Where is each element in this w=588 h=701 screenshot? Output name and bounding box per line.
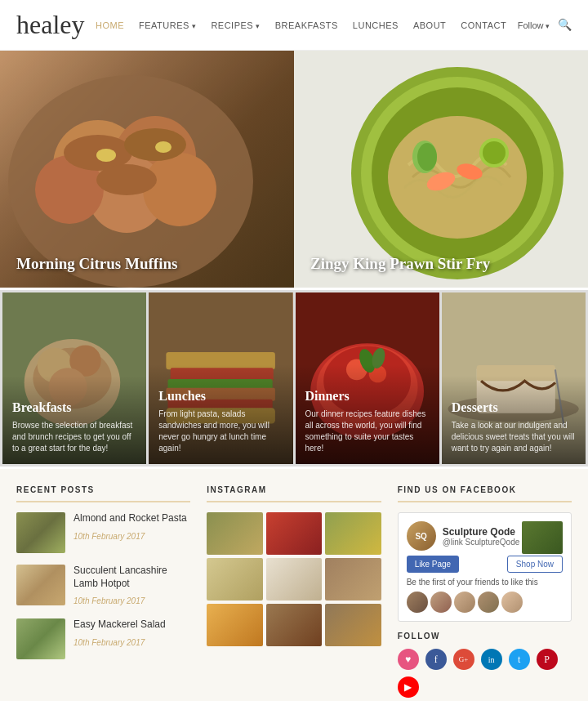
post-info-1: Almond and Rocket Pasta 10th February 20…	[74, 512, 190, 542]
nav-contact[interactable]: CONTACT	[461, 20, 506, 30]
follow-section: FOLLOW ♥ f G+ in t P ▶	[398, 632, 572, 698]
fb-avatar-1	[407, 592, 428, 613]
fb-header-wrap: SQ Sculpture Qode @link SculptureQode	[407, 521, 563, 551]
breakfasts-overlay: Breakfasts Browse the selection of break…	[2, 376, 146, 464]
fb-friends-avatars	[407, 592, 563, 613]
post-item-2: Succulent Lancashire Lamb Hotpot 10th Fe…	[16, 565, 190, 607]
follow-title: FOLLOW	[398, 632, 572, 641]
social-linkedin-icon[interactable]: in	[481, 649, 502, 670]
desserts-title: Desserts	[452, 400, 576, 415]
insta-cell-2[interactable]	[266, 512, 322, 555]
post-thumb-1	[16, 512, 65, 553]
lunches-title: Lunches	[158, 389, 283, 404]
social-twitter-icon[interactable]: t	[509, 649, 530, 670]
nav-about[interactable]: ABOUT	[413, 20, 446, 30]
category-lunches[interactable]: Lunches From light pasta, salads sandwic…	[149, 292, 292, 464]
post-date-3: 10th February 2017	[74, 638, 145, 647]
fb-page-handle: @link SculptureQode	[443, 538, 520, 547]
fb-avatar-2	[430, 592, 452, 613]
instagram-grid	[207, 512, 381, 646]
insta-cell-3[interactable]	[325, 512, 381, 555]
post-title-2[interactable]: Succulent Lancashire Lamb Hotpot	[74, 565, 190, 590]
site-header: healey HOME FEATURES RECIPES BREAKFASTS …	[0, 0, 588, 51]
post-item-1: Almond and Rocket Pasta 10th February 20…	[16, 512, 190, 553]
svg-rect-11	[0, 51, 294, 288]
category-dinners[interactable]: Dinners Our dinner recipes feature dishe…	[296, 292, 439, 464]
fb-actions: Like Page Shop Now	[407, 556, 563, 573]
social-heart-icon[interactable]: ♥	[398, 649, 419, 670]
desserts-desc: Take a look at our indulgent and delicio…	[452, 420, 576, 454]
dinners-desc: Our dinner recipes feature dishes all ac…	[305, 409, 430, 454]
fb-page-name: Sculpture Qode	[443, 526, 520, 538]
post-date-2: 10th February 2017	[74, 596, 145, 605]
category-desserts[interactable]: Desserts Take a look at our indulgent an…	[442, 292, 586, 464]
hero-item-1[interactable]: Morning Citrus Muffins	[0, 51, 294, 288]
dinners-overlay: Dinners Our dinner recipes feature dishe…	[296, 364, 439, 464]
post-info-2: Succulent Lancashire Lamb Hotpot 10th Fe…	[74, 565, 190, 607]
svg-point-20	[417, 143, 437, 171]
post-item-3: Easy Mackerel Salad 10th February 2017	[16, 618, 190, 659]
post-date-1: 10th February 2017	[74, 532, 145, 541]
facebook-follow-section: FIND US ON FACEBOOK SQ Sculpture Qode @l…	[398, 485, 572, 698]
fb-shop-button[interactable]: Shop Now	[507, 556, 563, 573]
fb-promo-text: Be the first of your friends to like thi…	[407, 578, 563, 587]
social-youtube-icon[interactable]: ▶	[398, 676, 419, 698]
post-info-3: Easy Mackerel Salad 10th February 2017	[74, 618, 190, 649]
fb-page-logo: SQ	[407, 521, 436, 551]
post-title-3[interactable]: Easy Mackerel Salad	[74, 618, 190, 632]
main-nav: HOME FEATURES RECIPES BREAKFASTS LUNCHES…	[96, 20, 506, 30]
instagram-title: INSTAGRAM	[207, 485, 381, 502]
nav-breakfasts[interactable]: BREAKFASTS	[275, 20, 338, 30]
insta-cell-4[interactable]	[207, 558, 262, 601]
nav-lunches[interactable]: LUNCHES	[353, 20, 399, 30]
fb-page-info: Sculpture Qode @link SculptureQode	[443, 526, 520, 547]
dinners-title: Dinners	[305, 389, 430, 404]
hero-caption-1: Morning Citrus Muffins	[16, 255, 177, 273]
search-icon[interactable]: 🔍	[558, 18, 572, 32]
social-pinterest-icon[interactable]: P	[537, 649, 558, 670]
instagram-section: INSTAGRAM	[207, 485, 381, 698]
fb-avatar-3	[454, 592, 475, 613]
header-right: Follow 🔍	[518, 18, 572, 32]
facebook-box: SQ Sculpture Qode @link SculptureQode Li…	[398, 512, 572, 622]
fb-like-button[interactable]: Like Page	[407, 556, 459, 573]
nav-features[interactable]: FEATURES	[139, 20, 196, 30]
bottom-section: RECENT POSTS Almond and Rocket Pasta 10t…	[0, 469, 588, 701]
follow-dropdown[interactable]: Follow	[518, 20, 550, 30]
lunches-overlay: Lunches From light pasta, salads sandwic…	[149, 364, 292, 464]
breakfasts-desc: Browse the selection of breakfast and br…	[12, 420, 136, 454]
breakfasts-title: Breakfasts	[12, 400, 136, 415]
social-gplus-icon[interactable]: G+	[453, 649, 474, 670]
fb-avatar-5	[501, 592, 523, 613]
category-breakfasts[interactable]: Breakfasts Browse the selection of break…	[2, 292, 146, 464]
logo[interactable]: healey	[16, 10, 85, 40]
fb-avatar-4	[478, 592, 499, 613]
post-title-1[interactable]: Almond and Rocket Pasta	[74, 512, 190, 525]
insta-cell-1[interactable]	[207, 512, 262, 555]
insta-cell-7[interactable]	[207, 604, 262, 646]
nav-home[interactable]: HOME	[96, 20, 124, 30]
insta-cell-9[interactable]	[325, 604, 381, 646]
nav-recipes[interactable]: RECIPES	[211, 20, 260, 30]
insta-cell-6[interactable]	[325, 558, 381, 601]
fb-corner-image	[522, 521, 563, 554]
recent-posts-title: RECENT POSTS	[16, 485, 190, 502]
lunches-desc: From light pasta, salads sandwiches and …	[158, 409, 283, 454]
social-facebook-icon[interactable]: f	[425, 649, 447, 670]
hero-item-2[interactable]: Zingy King Prawn Stir Fry	[294, 51, 588, 288]
recent-posts-section: RECENT POSTS Almond and Rocket Pasta 10t…	[16, 485, 190, 698]
facebook-title: FIND US ON FACEBOOK	[398, 485, 572, 502]
post-thumb-2	[16, 565, 65, 605]
hero-caption-2: Zingy King Prawn Stir Fry	[310, 255, 490, 273]
social-icons: ♥ f G+ in t P ▶	[398, 649, 572, 698]
desserts-overlay: Desserts Take a look at our indulgent an…	[442, 376, 586, 464]
hero-grid: Morning Citrus Muffins	[0, 51, 588, 288]
category-grid: Breakfasts Browse the selection of break…	[0, 290, 588, 467]
svg-point-22	[483, 141, 506, 164]
insta-cell-5[interactable]	[266, 558, 322, 601]
insta-cell-8[interactable]	[266, 604, 322, 646]
post-thumb-3	[16, 618, 65, 659]
